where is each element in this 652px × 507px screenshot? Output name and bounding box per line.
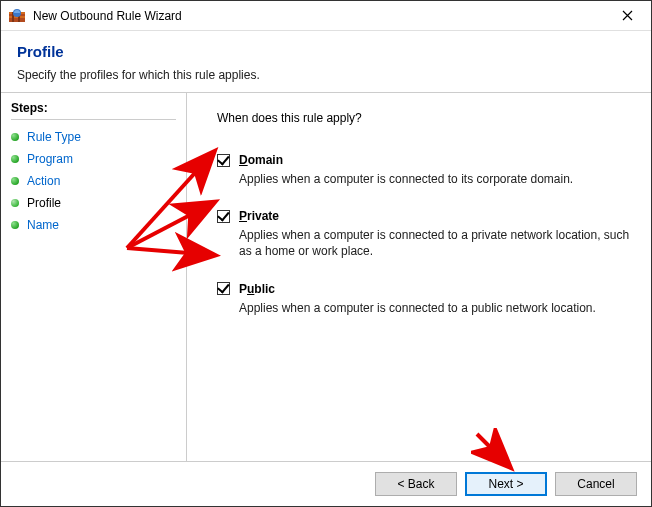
steps-heading: Steps: xyxy=(11,101,176,115)
bullet-icon xyxy=(11,133,19,141)
wizard-content: When does this rule apply? Domain Applie… xyxy=(187,93,651,461)
step-program[interactable]: Program xyxy=(11,148,176,170)
step-name[interactable]: Name xyxy=(11,214,176,236)
content-question: When does this rule apply? xyxy=(217,111,633,125)
bullet-icon xyxy=(11,199,19,207)
option-public: Public Applies when a computer is connec… xyxy=(217,282,633,316)
bullet-icon xyxy=(11,155,19,163)
step-rule-type[interactable]: Rule Type xyxy=(11,126,176,148)
step-label: Action xyxy=(27,174,60,188)
option-label-private: Private xyxy=(239,209,279,223)
bullet-icon xyxy=(11,177,19,185)
checkbox-domain[interactable] xyxy=(217,154,230,167)
bullet-icon xyxy=(11,221,19,229)
step-action[interactable]: Action xyxy=(11,170,176,192)
next-button[interactable]: Next > xyxy=(465,472,547,496)
wizard-window: New Outbound Rule Wizard Profile Specify… xyxy=(0,0,652,507)
option-desc-domain: Applies when a computer is connected to … xyxy=(239,171,633,187)
cancel-button[interactable]: Cancel xyxy=(555,472,637,496)
option-private: Private Applies when a computer is conne… xyxy=(217,209,633,259)
checkbox-private[interactable] xyxy=(217,210,230,223)
wizard-footer: < Back Next > Cancel xyxy=(1,461,651,506)
wizard-body: Steps: Rule Type Program Action Profile … xyxy=(1,93,651,461)
firewall-icon xyxy=(9,8,25,24)
window-title: New Outbound Rule Wizard xyxy=(33,9,607,23)
steps-sidebar: Steps: Rule Type Program Action Profile … xyxy=(1,93,187,461)
step-label: Profile xyxy=(27,196,61,210)
option-label-public: Public xyxy=(239,282,275,296)
page-subtitle: Specify the profiles for which this rule… xyxy=(17,68,635,82)
step-label: Program xyxy=(27,152,73,166)
option-desc-private: Applies when a computer is connected to … xyxy=(239,227,633,259)
checkbox-public[interactable] xyxy=(217,282,230,295)
titlebar: New Outbound Rule Wizard xyxy=(1,1,651,31)
page-title: Profile xyxy=(17,43,635,60)
step-label: Rule Type xyxy=(27,130,81,144)
step-profile[interactable]: Profile xyxy=(11,192,176,214)
option-domain: Domain Applies when a computer is connec… xyxy=(217,153,633,187)
close-button[interactable] xyxy=(607,2,647,30)
option-label-domain: Domain xyxy=(239,153,283,167)
option-desc-public: Applies when a computer is connected to … xyxy=(239,300,633,316)
back-button[interactable]: < Back xyxy=(375,472,457,496)
step-label: Name xyxy=(27,218,59,232)
steps-divider xyxy=(11,119,176,120)
wizard-header: Profile Specify the profiles for which t… xyxy=(1,31,651,93)
